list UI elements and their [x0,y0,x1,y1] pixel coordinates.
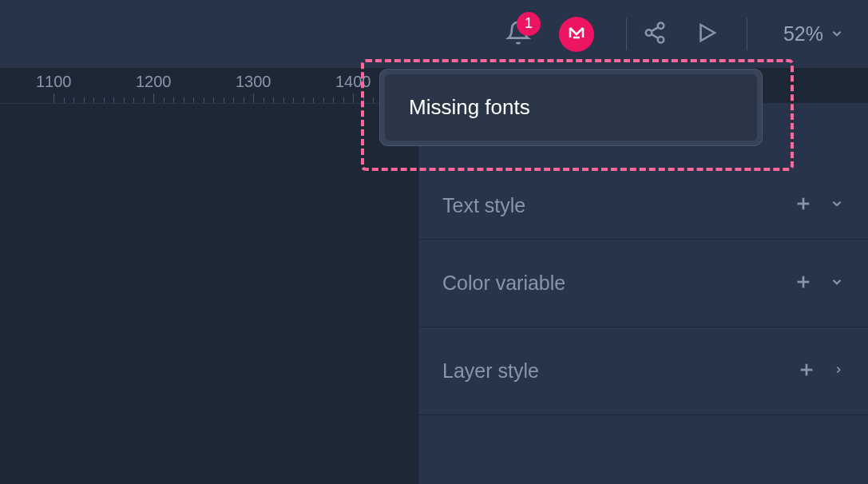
chevron-right-icon[interactable] [833,362,844,381]
panel-row-actions [795,273,844,294]
brand-icon [567,23,586,46]
svg-line-4 [652,34,659,38]
properties-panel: Text style Color variable Layer style [418,104,868,484]
ruler-tick [113,97,114,103]
top-toolbar: 1 52% [0,0,868,68]
ruler-label: 1200 [136,73,172,91]
color-variable-row[interactable]: Color variable [418,240,868,327]
ruler-tick [144,97,145,103]
ruler-tick [173,97,174,103]
ruler-label: 1300 [236,73,271,91]
ruler-tick [204,97,204,103]
toolbar-divider [747,18,747,50]
ruler-tick [313,97,314,103]
ruler-tick [283,97,284,103]
ruler-tick [224,97,224,103]
ruler-tick [353,93,354,103]
ruler-label: 1400 [335,73,371,91]
chevron-down-icon[interactable] [830,196,844,214]
bell-icon [505,34,531,48]
notifications-popup: Missing fonts [379,69,763,146]
ruler-tick [73,97,74,103]
svg-point-2 [658,37,664,43]
add-button[interactable] [798,361,815,382]
ruler-tick [93,97,94,103]
panel-row-actions [798,361,844,382]
ruler-tick [184,97,184,103]
canvas-area[interactable] [0,104,418,484]
layer-style-row[interactable]: Layer style [418,327,868,415]
brand-button[interactable] [559,17,594,52]
ruler-tick [84,97,85,103]
panel-row-label: Text style [442,194,525,217]
add-button[interactable] [795,195,812,216]
chevron-down-icon[interactable] [830,275,844,292]
svg-line-3 [652,27,659,31]
ruler-label: 1100 [36,73,72,91]
notification-badge: 1 [517,12,541,36]
panel-row-actions [795,195,844,216]
notification-button[interactable]: 1 [505,20,531,49]
share-button[interactable] [643,21,667,48]
missing-fonts-item[interactable]: Missing fonts [385,74,757,141]
ruler-tick [323,97,324,103]
popup-item-label: Missing fonts [409,95,530,119]
ruler-tick [124,97,125,103]
ruler-tick [54,93,54,103]
ruler-tick [164,97,164,103]
ruler-tick [253,93,254,103]
svg-point-0 [658,22,664,29]
ruler-tick [104,97,105,103]
ruler-tick [244,97,244,103]
ruler-tick [133,97,134,103]
ruler-tick [363,97,364,103]
ruler-tick [293,97,294,103]
ruler-tick [343,97,344,103]
chevron-down-icon [830,22,844,46]
play-button[interactable] [695,21,719,48]
ruler-tick [213,97,214,103]
panel-row-label: Layer style [442,359,539,383]
panel-row-label: Color variable [442,272,565,295]
ruler-tick [273,97,274,103]
svg-marker-5 [700,25,715,41]
ruler-tick [233,97,234,103]
ruler-tick [333,97,334,103]
zoom-value: 52% [783,22,823,46]
ruler-tick [153,93,154,103]
zoom-control[interactable]: 52% [783,22,844,46]
toolbar-divider [626,18,627,50]
ruler-tick [373,97,374,103]
ruler-tick [303,97,304,103]
add-button[interactable] [795,273,812,294]
ruler-tick [193,97,194,103]
ruler-tick [64,97,65,103]
ruler-tick [264,97,264,103]
svg-point-1 [646,30,652,36]
